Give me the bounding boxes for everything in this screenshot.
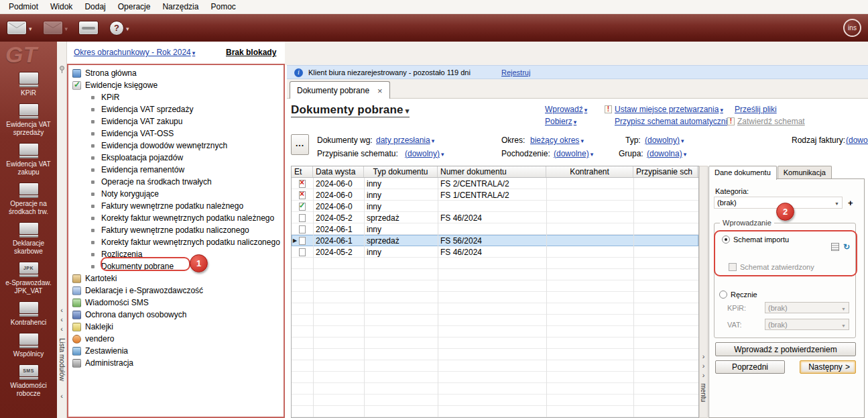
panel-collapse-strip[interactable]: Dane dokumentu xyxy=(699,166,708,418)
tab-komunikacja[interactable]: Komunikacja xyxy=(778,166,832,179)
module-item[interactable]: Operacje na środkach trw. xyxy=(0,182,57,216)
module-item[interactable]: KPiR xyxy=(0,72,57,97)
module-item[interactable]: Kontrahenci xyxy=(0,301,57,327)
module-item[interactable]: Ewidencja VAT zakupu xyxy=(0,143,57,176)
filter-rodzaj-faktury-value[interactable]: (dowolny) xyxy=(846,136,868,145)
module-item[interactable]: SMS Wiadomości robocze xyxy=(0,364,57,398)
przeslij-pliki-link[interactable]: Prześlij pliki xyxy=(735,105,777,114)
table-row[interactable]: 2024-06-0 inny FS 1/CENTRALA/2 xyxy=(292,189,698,201)
wprowadz-link[interactable]: Wprowadź xyxy=(545,105,587,114)
register-link[interactable]: Rejestruj xyxy=(501,68,530,76)
menu-item[interactable]: Podmiot xyxy=(3,0,44,13)
menu-item[interactable]: Widok xyxy=(44,0,78,13)
tab-dane-dokumentu[interactable]: Dane dokumentu xyxy=(708,166,777,180)
tree-item[interactable]: Ewidencja VAT zakupu xyxy=(68,115,284,127)
tree-item[interactable]: Wiadomości SMS xyxy=(68,297,284,309)
tree-item[interactable]: Deklaracje i e-Sprawozdawczość xyxy=(68,284,284,297)
menu-item[interactable]: Dodaj xyxy=(78,0,111,13)
tree-item[interactable]: Korekty faktur wewnętrznych podatku nali… xyxy=(68,236,284,248)
tree-item[interactable]: Faktury wewnętrzne podatku należnego xyxy=(68,200,284,212)
checkbox-schemat-zatwierdzony[interactable] xyxy=(729,263,737,271)
column-header[interactable]: Kontrahent xyxy=(546,166,633,177)
page-title[interactable]: Dokumenty pobrane xyxy=(291,103,410,117)
stamp-button[interactable] xyxy=(78,21,99,35)
schemat-importu-option[interactable]: Schemat importu xyxy=(722,236,789,244)
table-row[interactable]: 2024-05-2 sprzedaż FS 46/2024 xyxy=(292,212,698,223)
module-item[interactable]: JPK e-Sprawozdaw. JPK_VAT xyxy=(0,262,57,295)
pobierz-link[interactable]: Pobierz xyxy=(545,117,576,126)
more-filters-button[interactable]: ... xyxy=(291,134,309,155)
recznie-option[interactable]: Ręcznie xyxy=(719,291,757,299)
tree-item[interactable]: Ewidencja VAT sprzedaży xyxy=(68,103,284,115)
module-item[interactable]: Wspólnicy xyxy=(0,333,57,358)
filter-przypisanie-value[interactable]: (dowolny) xyxy=(405,149,444,158)
tree-item[interactable]: Eksploatacja pojazdów xyxy=(68,152,284,164)
collapse-chevrons[interactable] xyxy=(702,352,705,380)
table-row[interactable]: 2024-05-2 inny FS 46/2024 xyxy=(292,246,698,258)
module-item[interactable]: Deklaracje skarbowe xyxy=(0,222,57,256)
filter-dokumenty-wg-value[interactable]: daty przesłania xyxy=(376,136,434,145)
tree-item[interactable]: Ochrona danych osobowych xyxy=(68,309,284,321)
add-category-button[interactable]: + xyxy=(848,198,853,208)
collapse-chevrons[interactable] xyxy=(60,305,63,334)
refresh-icon[interactable] xyxy=(843,242,850,252)
table-row[interactable]: 2024-06-1 inny xyxy=(292,223,698,235)
wprowadz-z-potwierdzeniem-button[interactable]: Wprowadź z potwierdzeniem xyxy=(715,342,856,356)
zatwierdz-schemat-link[interactable]: Zatwierdź schemat xyxy=(737,117,805,126)
pin-icon[interactable] xyxy=(60,66,64,70)
table-row[interactable]: 2024-06-0 inny xyxy=(292,201,698,212)
column-header[interactable]: Typ dokumentu xyxy=(364,166,438,177)
tree-item[interactable]: Kartoteki xyxy=(68,272,284,284)
poprzedni-button[interactable]: Poprzedni xyxy=(715,360,785,374)
tree-item[interactable]: Dokumenty pobrane xyxy=(68,260,284,272)
dropdown-caret-icon[interactable] xyxy=(126,23,129,33)
tree-item[interactable]: Ewidencja remanentów xyxy=(68,164,284,176)
filter-okres-value[interactable]: bieżący okres xyxy=(530,136,584,145)
filter-grupa-value[interactable]: (dowolna) xyxy=(647,149,686,158)
tab-close-icon[interactable] xyxy=(377,86,383,96)
tree-item[interactable]: Ewidencja dowodów wewnętrznych xyxy=(68,140,284,152)
przypisz-schemat-link[interactable]: Przypisz schemat automatycznie xyxy=(615,117,732,126)
radio-schemat-importu[interactable] xyxy=(722,236,730,244)
menu-item[interactable]: Narzędzia xyxy=(156,0,204,13)
tree-item[interactable]: Zestawienia xyxy=(68,345,284,357)
tree-item[interactable]: Administracja xyxy=(68,357,284,369)
module-item[interactable]: Ewidencja VAT sprzedaży xyxy=(0,103,57,137)
filter-typ-value[interactable]: (dowolny) xyxy=(645,136,684,145)
column-header[interactable]: Et xyxy=(292,166,313,177)
column-header[interactable]: Data wysta xyxy=(313,166,364,177)
insert-logo-badge[interactable]: ins xyxy=(843,19,861,37)
help-button[interactable] xyxy=(109,21,129,36)
table-row[interactable]: 2024-06-0 inny FS 2/CENTRALA/2 xyxy=(292,178,698,189)
dropdown-caret-icon[interactable] xyxy=(29,23,32,33)
table-row[interactable]: 2024-06-1 sprzedaż FS 56/2024 xyxy=(292,235,698,246)
tree-item[interactable]: KPiR xyxy=(68,91,284,103)
tree-item[interactable]: Naklejki xyxy=(68,321,284,333)
tree-item[interactable]: Faktury wewnętrzne podatku naliczonego xyxy=(68,224,284,236)
vat-dropdown[interactable]: (brak) xyxy=(765,319,849,330)
tree-item[interactable]: Noty korygujące xyxy=(68,188,284,200)
nastepny-button[interactable]: Następny> xyxy=(800,360,856,374)
filter-pochodzenie-value[interactable]: (dowolne) xyxy=(554,149,593,158)
tree-item[interactable]: vendero xyxy=(68,333,284,345)
tree-item[interactable]: Strona główna xyxy=(68,67,284,79)
tree-item[interactable]: Korekty faktur wewnętrznych podatku nale… xyxy=(68,212,284,224)
tree-item[interactable]: Ewidencja VAT-OSS xyxy=(68,127,284,140)
chevron-left-icon[interactable] xyxy=(60,391,63,401)
tab-dokumenty-pobrane[interactable]: Dokumenty pobrane xyxy=(290,81,390,99)
accounting-period-link[interactable]: Okres obrachunkowy - Rok 2024 xyxy=(74,48,195,57)
new-message-button[interactable] xyxy=(7,21,32,35)
kpir-dropdown[interactable]: (brak) xyxy=(765,302,849,313)
radio-recznie[interactable] xyxy=(719,291,727,299)
menu-item[interactable]: Operacje xyxy=(112,0,157,13)
tree-item[interactable]: Ewidencje księgowe xyxy=(68,79,284,91)
column-header[interactable]: Numer dokumentu xyxy=(438,166,546,177)
tree-item[interactable]: Operacje na środkach trwałych xyxy=(68,176,284,188)
collapsed-tab-label[interactable]: Dane dokumentu xyxy=(700,383,707,402)
schemat-list-icon[interactable] xyxy=(831,243,839,251)
ustaw-miejsce-link[interactable]: Ustaw miejsce przetwarzania xyxy=(615,105,723,114)
lock-status-link[interactable]: Brak blokady xyxy=(226,48,276,57)
column-header[interactable]: Przypisanie sch xyxy=(633,166,698,177)
tree-item[interactable]: Rozliczenia xyxy=(68,248,284,260)
schemat-zatwierdzony-option[interactable]: Schemat zatwierdzony xyxy=(729,263,814,271)
